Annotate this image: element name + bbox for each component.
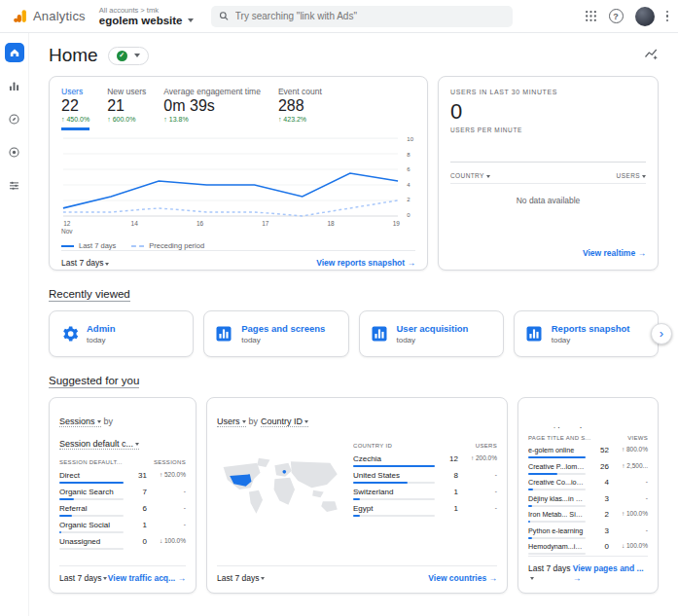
metric-tab-new-users[interactable]: New users 21 ↑ 600.0% <box>107 87 146 130</box>
row-delta: - <box>611 494 648 501</box>
row-label: e-golem online <box>528 446 586 454</box>
sidebar-item-library[interactable] <box>5 175 24 195</box>
avatar[interactable] <box>635 7 655 26</box>
by-label: by <box>249 417 259 426</box>
recent-card-reports-snapshot[interactable]: Reports snapshot today <box>514 310 659 357</box>
property-switcher[interactable]: All accounts > tmk egolem website <box>99 6 195 26</box>
report-chart-icon <box>214 324 233 344</box>
row-bar <box>528 521 586 523</box>
metric-picker[interactable]: Users <box>217 417 246 427</box>
row-delta: - <box>460 488 497 494</box>
x-axis-labels: 12Nov 14 16 17 18 19 <box>61 220 400 236</box>
table-row: Python e-learning 3 - <box>528 524 648 540</box>
view-realtime-link[interactable]: View realtime → <box>583 248 646 258</box>
insights-icon[interactable] <box>644 47 659 65</box>
metric-tab-users[interactable]: Users 22 ↑ 450.0% <box>61 87 89 130</box>
recent-card-label: Admin <box>87 323 116 334</box>
table-row: Creative Co...ions s.r.o. 4 - <box>528 476 648 492</box>
row-delta: ↑ 800.0% <box>611 446 648 453</box>
row-value: 7 <box>127 488 147 496</box>
date-range-picker[interactable]: Last 7 days <box>528 563 573 583</box>
report-chart-icon <box>524 324 544 344</box>
row-value: 3 <box>589 526 609 535</box>
row-bar <box>353 465 435 467</box>
search-input[interactable] <box>235 11 506 21</box>
view-traffic-acquisition-link[interactable]: View traffic acq... → <box>108 573 186 583</box>
metric-value: 21 <box>107 97 146 115</box>
metric-picker[interactable]: Sessions <box>59 417 101 427</box>
metric-label: Event count <box>278 87 322 96</box>
sessions-card: Sessionsby Session default c... SESSION … <box>49 397 196 594</box>
row-label: Creative P...lome Demo <box>528 462 586 471</box>
row-bar <box>59 482 124 484</box>
row-value: 26 <box>589 462 609 471</box>
sidebar-item-reports[interactable] <box>5 76 24 95</box>
recent-card-admin[interactable]: Admin today <box>49 310 194 357</box>
sidebar-item-explore[interactable] <box>5 109 24 128</box>
date-range-picker[interactable]: Last 7 days <box>217 573 265 583</box>
analytics-logo-icon <box>12 8 28 24</box>
table-row: Organic Social 1 - <box>59 518 186 534</box>
search-icon <box>219 11 229 21</box>
legend-label: Last 7 days <box>79 241 116 250</box>
metric-value: 288 <box>278 97 322 115</box>
more-vert-icon[interactable] <box>666 11 669 22</box>
global-search[interactable] <box>211 6 513 27</box>
metric-tab-engagement-time[interactable]: Average engagement time 0m 39s ↑ 13.8% <box>163 87 261 130</box>
row-bar <box>528 505 586 507</box>
world-map <box>217 436 345 547</box>
date-range-picker[interactable]: Last 7 days <box>59 573 107 583</box>
row-value: 1 <box>439 504 458 513</box>
help-icon[interactable] <box>609 9 624 23</box>
sliders-icon <box>8 179 20 192</box>
table-row: e-golem online 52 ↑ 800.0% <box>528 444 648 460</box>
row-label: Python e-learning <box>528 526 586 535</box>
apps-grid-icon[interactable] <box>585 10 597 22</box>
row-bar <box>59 515 124 517</box>
row-value: 8 <box>439 471 458 480</box>
view-countries-link[interactable]: View countries → <box>428 573 497 583</box>
metric-tab-event-count[interactable]: Event count 288 ↑ 423.2% <box>278 87 322 130</box>
row-value: 31 <box>127 471 147 480</box>
metric-label: Average engagement time <box>163 87 261 96</box>
main-content: Home Users <box>29 33 678 616</box>
sidebar-item-advertising[interactable] <box>5 142 24 162</box>
row-value: 2 <box>589 510 609 519</box>
previous-period-line <box>63 200 398 216</box>
row-bar <box>528 537 586 539</box>
recent-card-user-acquisition[interactable]: User acquisition today <box>359 310 504 357</box>
realtime-users-header[interactable]: USERS <box>617 172 646 179</box>
analytics-home-screen: Analytics All accounts > tmk egolem webs… <box>0 0 678 616</box>
sidebar-item-home[interactable] <box>5 43 24 62</box>
row-label: United States <box>353 471 435 480</box>
realtime-users-value: 0 <box>450 99 646 125</box>
row-delta: - <box>611 478 648 485</box>
row-label: Direct <box>59 471 124 480</box>
row-label: Organic Social <box>59 521 124 529</box>
analytics-logo[interactable]: Analytics <box>12 8 86 24</box>
dimension-picker[interactable]: Page title and scree... <box>528 426 619 427</box>
table-header: COUNTRY ID USERS <box>353 443 497 452</box>
carousel-next-button[interactable] <box>651 323 672 344</box>
row-bar <box>528 553 586 555</box>
dimension-picker[interactable]: Session default c... <box>59 439 139 450</box>
row-bar <box>528 473 586 475</box>
view-pages-link[interactable]: View pages and ... → <box>573 563 648 583</box>
by-label: by <box>104 417 114 426</box>
row-delta: ↑ 100.0% <box>611 510 648 517</box>
chart-legend: Last 7 days Preceding period <box>61 241 415 250</box>
row-value: 1 <box>439 488 458 496</box>
metric-delta: ↑ 13.8% <box>163 116 261 123</box>
page-title: Home <box>49 45 98 66</box>
per-minute-sparkline <box>450 137 646 163</box>
view-reports-snapshot-link[interactable]: View reports snapshot → <box>316 258 415 268</box>
date-range-picker[interactable]: Last 7 days <box>61 258 109 268</box>
row-value: 4 <box>589 478 609 487</box>
recent-card-pages-and-screens[interactable]: Pages and screens today <box>203 310 348 357</box>
row-bar <box>59 498 124 500</box>
account-breadcrumb: All accounts > tmk <box>99 6 195 15</box>
realtime-country-header[interactable]: COUNTRY <box>450 172 490 179</box>
dimension-picker[interactable]: Country ID <box>261 417 308 427</box>
report-status-pill[interactable] <box>108 47 149 65</box>
row-label: Unassigned <box>59 537 124 546</box>
